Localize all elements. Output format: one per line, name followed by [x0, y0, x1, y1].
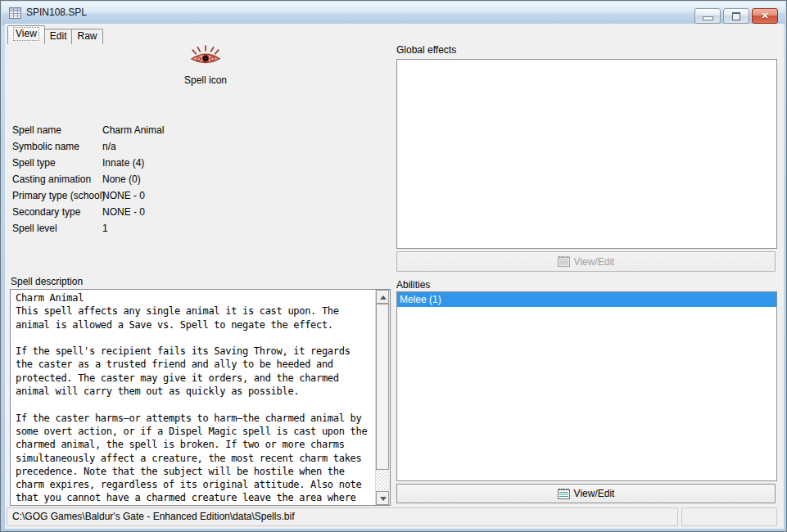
scrollbar-track[interactable] [376, 470, 389, 489]
abilities-label: Abilities [396, 279, 430, 291]
titlebar: SPIN108.SPL ✕ [2, 2, 785, 25]
close-icon: ✕ [753, 9, 777, 23]
statusbar-right-panel [681, 507, 777, 526]
field-value: NONE - 0 [102, 204, 145, 220]
tab-bar: ViewEditRaw [7, 27, 102, 44]
field-label: Spell name [12, 122, 61, 138]
spell-description-label: Spell description [11, 276, 83, 287]
tab-label: View [14, 28, 38, 40]
spell-fields: Spell nameCharm AnimalSymbolic namen/aSp… [12, 122, 373, 237]
field-value: Innate (4) [102, 155, 144, 171]
field-label: Secondary type [12, 204, 80, 220]
minimize-icon [703, 16, 713, 20]
minimize-button[interactable] [694, 8, 721, 24]
arrow-up-icon [380, 295, 387, 300]
field-row: Casting animationNone (0) [12, 171, 373, 187]
field-value: NONE - 0 [102, 187, 145, 204]
app-icon [9, 7, 21, 19]
tab-label: Raw [77, 30, 97, 43]
global-effects-label: Global effects [396, 44, 456, 56]
field-row: Spell level1 [12, 220, 373, 237]
spell-icon [187, 45, 224, 68]
spell-icon-caption: Spell icon [161, 74, 251, 86]
field-row: Primary type (school)NONE - 0 [12, 187, 373, 204]
field-row: Secondary typeNONE - 0 [12, 204, 373, 220]
description-scrollbar[interactable] [375, 290, 390, 505]
field-value: n/a [102, 138, 116, 155]
abilities-view-edit-button[interactable]: View/Edit [396, 484, 776, 503]
field-value: Charm Animal [102, 122, 164, 138]
field-value: 1 [102, 220, 108, 237]
field-row: Spell nameCharm Animal [12, 122, 373, 138]
field-label: Casting animation [12, 171, 91, 187]
field-value: None (0) [102, 171, 141, 187]
edit-table-icon [558, 256, 570, 267]
tab-view[interactable]: View [7, 25, 45, 44]
statusbar-path: C:\GOG Games\Baldur's Gate - Enhanced Ed… [7, 507, 678, 526]
field-label: Primary type (school) [12, 187, 105, 204]
maximize-icon [732, 12, 740, 20]
scroll-down-button[interactable] [376, 491, 389, 505]
tab-edit[interactable]: Edit [44, 29, 73, 44]
screen: SPIN108.SPL ✕ ViewEditRaw [0, 0, 787, 532]
close-button[interactable]: ✕ [752, 8, 778, 24]
window-controls: ✕ [694, 8, 778, 24]
spell-description-box[interactable]: Charm Animal This spell affects any sing… [10, 289, 391, 506]
field-label: Spell type [12, 155, 56, 171]
arrow-down-icon [380, 497, 387, 501]
field-row: Spell typeInnate (4) [12, 155, 373, 171]
field-label: Spell level [12, 220, 57, 237]
field-label: Symbolic name [12, 138, 79, 155]
window: SPIN108.SPL ✕ ViewEditRaw [0, 0, 787, 532]
abilities-list[interactable]: Melee (1) [396, 291, 777, 481]
tab-raw[interactable]: Raw [71, 29, 102, 44]
ability-item[interactable]: Melee (1) [397, 292, 776, 307]
global-effects-view-edit-button[interactable]: View/Edit [396, 251, 776, 272]
scrollbar-thumb[interactable] [376, 304, 389, 470]
field-row: Symbolic namen/a [12, 138, 373, 155]
spell-description-text[interactable]: Charm Animal This spell affects any sing… [11, 290, 376, 505]
window-title: SPIN108.SPL [26, 2, 87, 24]
tab-label: Edit [50, 30, 67, 43]
view-edit-label: View/Edit [574, 256, 615, 268]
edit-table-icon [558, 489, 570, 499]
view-edit-label: View/Edit [574, 488, 615, 499]
global-effects-list[interactable] [396, 59, 777, 249]
client-area: ViewEditRaw Spell icon Spell nameCharm A… [5, 24, 784, 529]
maximize-button[interactable] [723, 8, 749, 24]
scroll-up-button[interactable] [376, 290, 389, 304]
